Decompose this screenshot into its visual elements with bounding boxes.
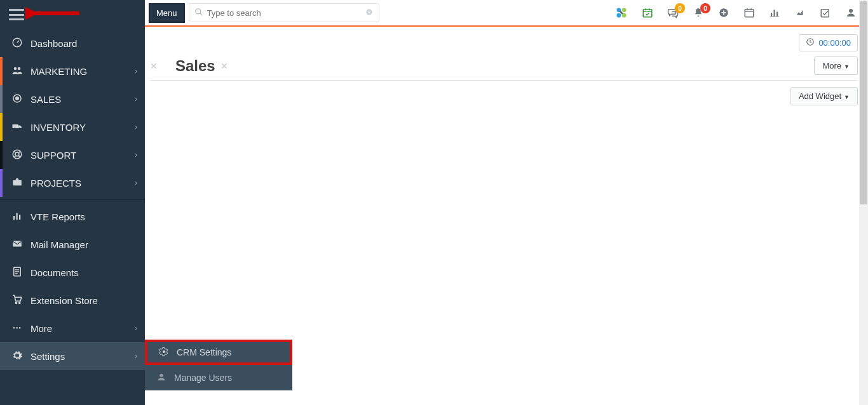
sidebar-separator	[0, 199, 145, 200]
user-icon	[155, 372, 168, 384]
sidebar-item-dashboard[interactable]: Dashboard	[0, 29, 145, 57]
svg-rect-33	[771, 13, 772, 17]
tab-close-icon[interactable]: ✕	[220, 61, 228, 71]
svg-point-29	[622, 13, 627, 18]
caret-down-icon: ▼	[844, 94, 850, 100]
chevron-right-icon: ›	[135, 123, 137, 131]
sidebar-item-projects[interactable]: PROJECTS ›	[0, 169, 145, 197]
topbar-icons: 0 0	[615, 6, 864, 19]
add-widget-label: Add Widget	[799, 91, 841, 101]
plus-circle-icon[interactable]	[718, 7, 729, 18]
sidebar-item-marketing[interactable]: MARKETING ›	[0, 57, 145, 85]
ellipsis-icon	[10, 322, 24, 335]
chevron-right-icon: ›	[135, 352, 137, 361]
svg-rect-11	[13, 216, 15, 220]
svg-point-24	[195, 8, 200, 13]
submenu-item-crm-settings[interactable]: CRM Settings	[145, 340, 292, 365]
svg-rect-19	[17, 327, 18, 328]
svg-rect-35	[776, 12, 778, 17]
document-icon	[10, 266, 24, 279]
bell-icon[interactable]: 0	[693, 7, 704, 18]
svg-rect-18	[13, 327, 15, 328]
svg-point-16	[15, 302, 17, 303]
search-dropdown-icon[interactable]	[365, 8, 374, 18]
svg-rect-32	[745, 10, 754, 17]
bell-badge: 0	[700, 3, 710, 13]
sidebar-label: PROJECTS	[31, 178, 135, 189]
chat-badge: 0	[675, 3, 685, 13]
menu-button[interactable]: Menu	[149, 3, 185, 23]
more-button[interactable]: More▼	[814, 56, 858, 75]
tabs-row: ✕ Sales ✕ More▼	[150, 56, 858, 81]
svg-rect-14	[13, 241, 22, 246]
sidebar-item-sales[interactable]: SALES ›	[0, 85, 145, 113]
svg-point-28	[617, 13, 621, 18]
cart-icon	[10, 294, 24, 307]
tab-title: Sales	[175, 57, 215, 75]
sidebar-item-extension-store[interactable]: Extension Store	[0, 286, 145, 314]
sidebar-item-mail-manager[interactable]: Mail Manager	[0, 230, 145, 258]
svg-rect-34	[774, 10, 775, 17]
svg-rect-36	[821, 10, 829, 17]
more-label: More	[822, 61, 841, 70]
user-icon[interactable]	[845, 7, 857, 18]
svg-point-1	[14, 67, 17, 70]
chevron-right-icon: ›	[135, 67, 137, 76]
sidebar-label: Dashboard	[31, 38, 137, 49]
svg-point-22	[163, 350, 165, 353]
search-icon	[194, 8, 203, 18]
sidebar-item-settings[interactable]: Settings ›	[0, 342, 145, 370]
sidebar-label: SALES	[31, 94, 135, 105]
hamburger-button[interactable]	[0, 0, 145, 29]
svg-rect-30	[643, 10, 652, 17]
gauge-icon	[10, 37, 24, 50]
area-chart-icon[interactable]	[794, 7, 806, 18]
sidebar-item-documents[interactable]: Documents	[0, 258, 145, 286]
users-icon	[10, 65, 24, 78]
chevron-right-icon: ›	[135, 150, 137, 159]
bar-chart-icon[interactable]	[769, 7, 780, 18]
briefcase-icon	[10, 176, 24, 190]
svg-point-4	[16, 96, 19, 100]
submenu-label: CRM Settings	[177, 347, 231, 357]
close-left-icon[interactable]: ✕	[150, 61, 158, 71]
mail-icon	[10, 238, 24, 251]
svg-rect-20	[19, 327, 20, 328]
sidebar-item-vte-reports[interactable]: VTE Reports	[0, 202, 145, 230]
settings-submenu: CRM Settings Manage Users	[145, 340, 292, 390]
sidebar-label: Documents	[31, 267, 137, 278]
lifering-icon	[10, 149, 24, 162]
sidebar-item-more[interactable]: More ›	[0, 314, 145, 342]
search-box[interactable]	[189, 3, 379, 22]
chevron-right-icon: ›	[135, 178, 137, 187]
gear-icon	[10, 350, 24, 363]
scrollbar-thumb[interactable]	[860, 1, 867, 204]
chat-icon[interactable]: 0	[667, 7, 679, 18]
sidebar-label: VTE Reports	[31, 211, 137, 222]
svg-point-23	[159, 373, 163, 376]
search-input[interactable]	[207, 8, 365, 18]
svg-point-17	[19, 302, 20, 303]
logo-icon[interactable]	[615, 6, 628, 19]
sidebar-item-inventory[interactable]: INVENTORY ›	[0, 113, 145, 141]
sidebar-label: MARKETING	[31, 66, 135, 77]
calendar-check-icon[interactable]	[642, 7, 653, 18]
sidebar: Dashboard MARKETING › SALES › INVENTORY …	[0, 0, 145, 405]
sidebar-label: Extension Store	[31, 295, 137, 306]
gear-icon	[158, 347, 170, 359]
timer-button[interactable]: 00:00:00	[799, 34, 858, 51]
chevron-right-icon: ›	[135, 95, 137, 103]
svg-point-7	[18, 128, 20, 129]
sidebar-item-support[interactable]: SUPPORT ›	[0, 141, 145, 169]
timer-value: 00:00:00	[818, 38, 851, 48]
svg-point-9	[15, 152, 19, 156]
sidebar-label: INVENTORY	[31, 122, 135, 133]
svg-point-2	[18, 67, 21, 70]
submenu-item-manage-users[interactable]: Manage Users	[145, 365, 292, 390]
submenu-label: Manage Users	[174, 373, 232, 383]
add-widget-button[interactable]: Add Widget▼	[790, 87, 858, 105]
checkbox-icon[interactable]	[820, 7, 831, 18]
vertical-scrollbar[interactable]	[859, 0, 868, 405]
calendar-icon[interactable]	[743, 7, 755, 18]
svg-rect-5	[13, 124, 18, 128]
